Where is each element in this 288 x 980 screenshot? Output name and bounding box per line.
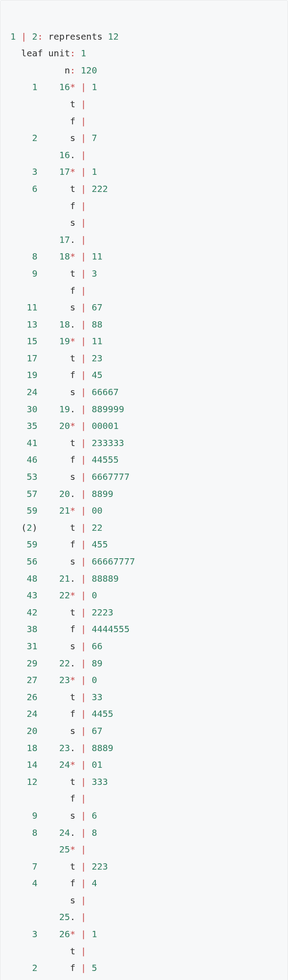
colon-icon: :	[70, 48, 75, 59]
header-line-2: leaf unit: 1	[10, 48, 86, 59]
num: 2	[32, 31, 37, 42]
leaf-unit-label: leaf unit	[21, 48, 70, 59]
leaf-unit-value: 1	[81, 48, 86, 59]
header-line-1: 1 | 2: represents 12	[10, 31, 119, 42]
stem-leaf-output: 1 | 2: represents 12 leaf unit: 1 n: 120…	[0, 0, 288, 980]
colon-icon: :	[70, 65, 75, 76]
colon-icon: :	[37, 31, 43, 42]
word-represents: represents	[48, 31, 102, 42]
n-label: n	[64, 65, 70, 76]
stem-leaf-rows: 1 16* | 1 t | f | 2 s | 7 16. | 3 17* | …	[10, 82, 135, 973]
n-value: 120	[81, 65, 97, 76]
header-line-3: n: 120	[10, 65, 97, 76]
num: 1	[10, 31, 16, 42]
num: 12	[108, 31, 119, 42]
bar-icon: |	[21, 31, 27, 42]
